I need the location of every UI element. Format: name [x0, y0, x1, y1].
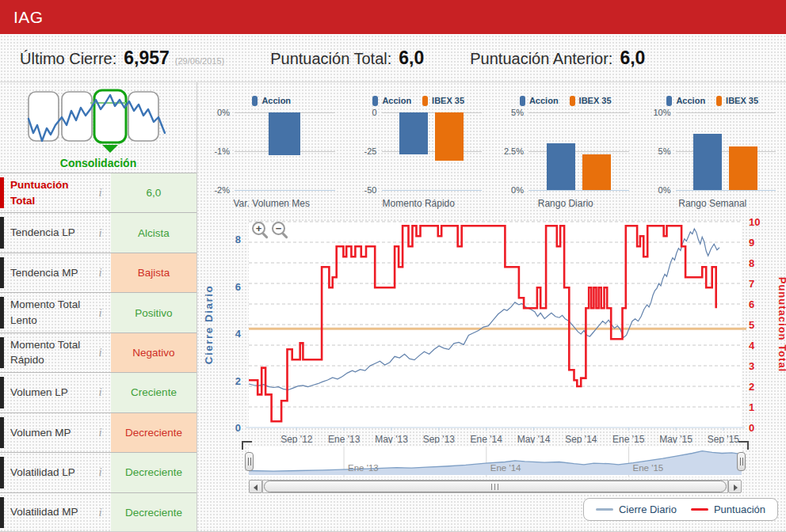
legend-item[interactable]: IBEX 35 — [716, 96, 758, 106]
charts-panel: Accion0%-1%-2%Var. Volumen MesAccionIBEX… — [198, 82, 786, 532]
legend-item[interactable]: Accion — [252, 96, 291, 106]
y-axis-tick: 0% — [217, 108, 230, 117]
legend-item[interactable]: Cierre Diario — [596, 504, 677, 515]
legend-line-icon — [596, 508, 613, 511]
price-score-chart[interactable]: Sep '12Ene '13May '13Sep '13Ene '14May '… — [198, 212, 786, 443]
chart-legend: Cierre DiarioPuntuación — [583, 498, 778, 521]
indicator-value: Creciente — [111, 373, 196, 412]
legend-label: Accion — [382, 96, 411, 105]
bar[interactable] — [547, 143, 575, 190]
legend-line-icon — [691, 508, 708, 511]
bar[interactable] — [269, 112, 300, 155]
gridline — [676, 112, 776, 113]
svg-text:6: 6 — [235, 281, 241, 293]
legend-marker-icon — [252, 96, 258, 106]
y-axis-tick: 5% — [511, 108, 524, 117]
svg-text:May '14: May '14 — [517, 434, 551, 443]
indicator-label: Puntuación Total — [0, 177, 90, 208]
indicator-label: Volumen MP — [0, 417, 90, 448]
last-close-value: 6,957 — [124, 48, 170, 69]
legend-item[interactable]: IBEX 35 — [422, 96, 464, 106]
scrollbar-right-arrow[interactable] — [728, 480, 742, 493]
title-bar: IAG — [0, 0, 786, 34]
left-arrow-icon — [254, 484, 258, 491]
market-phase-label: Consolidación — [0, 157, 196, 169]
legend-label: Puntuación — [714, 504, 765, 515]
total-score-value: 6,0 — [399, 48, 424, 69]
mini-chart-legend: Accion — [198, 93, 345, 108]
svg-text:4: 4 — [235, 328, 242, 340]
bar[interactable] — [435, 112, 464, 161]
svg-text:Ene '15: Ene '15 — [612, 434, 645, 443]
mini-chart-title: Rango Semanal — [639, 198, 786, 209]
svg-text:0: 0 — [749, 422, 754, 434]
legend-label: Cierre Diario — [619, 504, 677, 515]
gridline — [382, 151, 483, 152]
legend-label: Accion — [261, 96, 291, 105]
svg-text:4: 4 — [749, 340, 755, 352]
indicator-table: Puntuación Totali6,0Tendencia LPiAlcista… — [0, 173, 196, 532]
indicator-label: Momento Total Lento — [0, 297, 90, 328]
indicator-row: Momento Total LentoiPositivo — [0, 292, 196, 332]
legend-item[interactable]: Accion — [520, 96, 559, 106]
bar[interactable] — [729, 146, 757, 190]
navigator-left-handle[interactable] — [245, 452, 254, 471]
legend-marker-icon — [520, 96, 525, 106]
market-phase-icon — [21, 87, 176, 157]
svg-text:Punutacion Total: Punutacion Total — [776, 277, 786, 372]
mini-chart-title: Momento Rápido — [345, 198, 493, 209]
svg-text:1: 1 — [749, 401, 754, 413]
y-axis-tick: -50 — [364, 186, 377, 195]
bar[interactable] — [399, 112, 428, 154]
zoom-out-icon[interactable]: − — [272, 222, 285, 235]
svg-text:5: 5 — [749, 319, 754, 331]
bar[interactable] — [582, 154, 611, 190]
info-icon[interactable]: i — [90, 373, 111, 412]
legend-item[interactable]: Accion — [666, 96, 705, 106]
stats-strip: Último Cierre: 6,957 (29/06/2015) Puntua… — [0, 34, 786, 82]
info-icon[interactable]: i — [90, 493, 111, 532]
svg-text:8: 8 — [749, 257, 754, 269]
indicator-row: Volumen LPiCreciente — [0, 372, 196, 412]
scrollbar-grip-icon — [491, 484, 498, 490]
indicator-row: Puntuación Totali6,0 — [0, 173, 196, 212]
navigator-area-chart[interactable]: Ene '13Ene '14Ene '15 — [249, 446, 742, 477]
y-axis-tick: 5% — [658, 147, 671, 156]
info-icon[interactable]: i — [90, 253, 111, 292]
svg-text:8: 8 — [235, 234, 241, 245]
legend-item[interactable]: IBEX 35 — [570, 96, 612, 106]
indicator-row: Tendencia MPiBajista — [0, 253, 196, 292]
info-icon[interactable]: i — [90, 173, 111, 212]
chart-scrollbar — [249, 480, 742, 493]
svg-text:Sep '14: Sep '14 — [565, 434, 597, 443]
info-icon[interactable]: i — [90, 293, 111, 332]
info-icon[interactable]: i — [90, 333, 111, 372]
indicator-row: Volatilidad MPiDecreciente — [0, 492, 196, 532]
previous-score-label: Puntuación Anterior: — [470, 50, 612, 68]
y-axis-tick: 2.5% — [504, 147, 524, 156]
zoom-in-icon[interactable]: + — [252, 222, 265, 235]
legend-item[interactable]: Accion — [372, 96, 411, 106]
navigator-right-handle[interactable] — [737, 452, 746, 471]
scrollbar-track[interactable] — [262, 480, 728, 493]
svg-text:Cierre Diario: Cierre Diario — [203, 285, 215, 365]
legend-marker-icon — [570, 96, 575, 106]
indicator-label: Momento Total Rápido — [0, 337, 90, 368]
info-icon[interactable]: i — [90, 453, 111, 492]
info-icon[interactable]: i — [90, 413, 111, 452]
indicator-value: Decreciente — [111, 493, 196, 532]
scrollbar-left-arrow[interactable] — [249, 480, 262, 493]
svg-text:May '13: May '13 — [375, 434, 408, 443]
svg-text:0: 0 — [235, 422, 241, 434]
bar[interactable] — [693, 134, 722, 190]
last-close-stat: Último Cierre: 6,957 (29/06/2015) — [20, 48, 224, 69]
svg-text:6: 6 — [749, 298, 754, 310]
scrollbar-thumb[interactable] — [264, 481, 727, 492]
indicator-label: Volatilidad LP — [0, 457, 90, 488]
indicator-sidebar: Consolidación Puntuación Totali6,0Tenden… — [0, 82, 197, 532]
svg-text:2: 2 — [235, 375, 241, 387]
info-icon[interactable]: i — [90, 213, 111, 252]
legend-item[interactable]: Puntuación — [691, 504, 765, 515]
legend-marker-icon — [666, 96, 672, 106]
svg-text:Ene '15: Ene '15 — [633, 463, 664, 473]
